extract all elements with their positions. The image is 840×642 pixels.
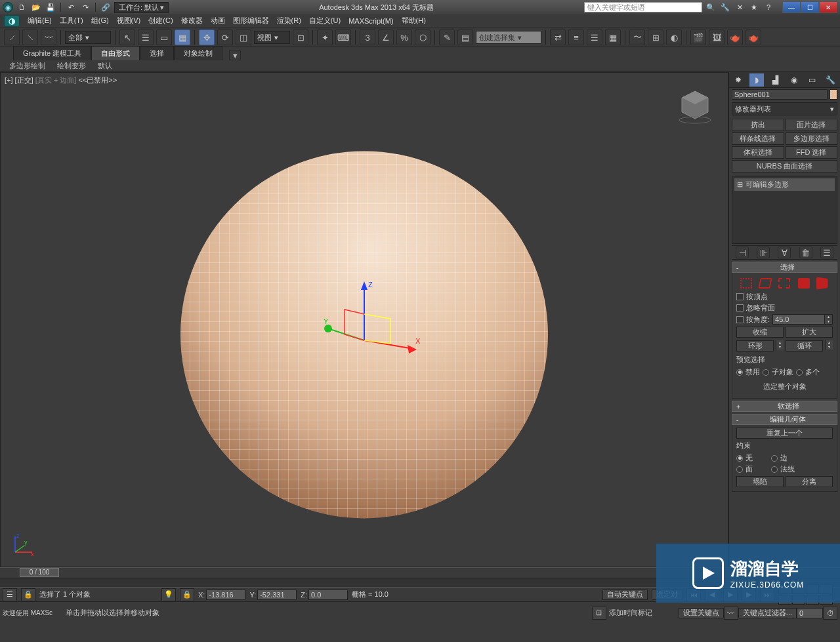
add-time-tag[interactable]: 添加时间标记 bbox=[606, 602, 679, 624]
schematic-view-icon[interactable]: ⊞ bbox=[648, 30, 663, 45]
app-menu-icon[interactable]: ◉ bbox=[3, 2, 13, 12]
chk-by-angle[interactable] bbox=[736, 316, 744, 323]
application-button[interactable]: ◑ bbox=[4, 15, 20, 27]
pin-stack-icon[interactable]: ⊣ bbox=[736, 247, 749, 258]
keyboard-shortcut-icon[interactable]: ⌨ bbox=[335, 30, 351, 45]
subobj-vertex-icon[interactable] bbox=[740, 278, 752, 289]
tab-graphite[interactable]: Graphite 建模工具 bbox=[13, 46, 91, 60]
coord-z-input[interactable] bbox=[308, 590, 348, 600]
menu-rendering[interactable]: 渲染(R) bbox=[277, 16, 301, 26]
tab-object-paint[interactable]: 对象绘制 bbox=[174, 46, 222, 60]
render-setup-icon[interactable]: 🎬 bbox=[690, 30, 706, 45]
btn-poly-select[interactable]: 多边形选择 bbox=[786, 132, 838, 145]
modifier-list-dropdown[interactable]: 修改器列表▾ bbox=[732, 102, 837, 115]
material-editor-icon[interactable]: ◐ bbox=[666, 30, 682, 45]
set-key-button[interactable]: 设置关键点 bbox=[679, 608, 724, 618]
tab-selection[interactable]: 选择 bbox=[140, 46, 174, 60]
subobj-polygon-icon[interactable] bbox=[798, 278, 810, 289]
btn-grow[interactable]: 扩大 bbox=[786, 327, 833, 338]
make-unique-icon[interactable]: ∀ bbox=[778, 247, 791, 258]
redo-icon[interactable]: ↷ bbox=[79, 2, 91, 12]
edit-named-sel-icon[interactable]: ✎ bbox=[439, 30, 455, 45]
selection-filter-dropdown[interactable]: 全部 ▾ bbox=[65, 31, 111, 44]
spinner-snap-icon[interactable]: ⬡ bbox=[415, 30, 430, 45]
workspace-dropdown[interactable]: 工作台: 默认 ▾ bbox=[114, 2, 169, 13]
sphere-object[interactable]: Z X Y bbox=[180, 151, 548, 518]
btn-face-select[interactable]: 面片选择 bbox=[786, 119, 838, 131]
select-object-icon[interactable]: ↖ bbox=[119, 30, 135, 45]
menu-modifiers[interactable]: 修改器 bbox=[181, 16, 203, 26]
select-region-icon[interactable]: ▭ bbox=[156, 30, 172, 45]
new-icon[interactable]: 🗋 bbox=[16, 2, 28, 12]
align-icon[interactable]: ≡ bbox=[568, 30, 584, 45]
expand-icon[interactable]: ⊞ bbox=[737, 180, 743, 189]
rollout-editgeom-header[interactable]: -编辑几何体 bbox=[732, 414, 837, 425]
btn-nurbs-select[interactable]: NURBS 曲面选择 bbox=[732, 160, 837, 172]
move-gizmo[interactable]: Z X Y bbox=[299, 278, 430, 383]
infocenter-search[interactable]: 键入关键字或短语 bbox=[584, 2, 702, 12]
radio-constraint-normal[interactable] bbox=[771, 466, 778, 473]
viewcube[interactable] bbox=[675, 86, 715, 125]
coord-y-input[interactable] bbox=[257, 590, 297, 600]
object-color-swatch[interactable] bbox=[830, 89, 837, 100]
btn-extrude[interactable]: 挤出 bbox=[732, 119, 784, 131]
menu-edit[interactable]: 编辑(E) bbox=[28, 16, 52, 26]
stack-editable-poly[interactable]: ⊞ 可编辑多边形 bbox=[734, 178, 835, 191]
render-production-icon[interactable]: 🫖 bbox=[727, 30, 743, 45]
subtab-polydraw[interactable]: 多边形绘制 bbox=[7, 61, 48, 71]
maxscript-toggle-icon[interactable]: ☰ bbox=[3, 588, 17, 601]
subobj-edge-icon[interactable] bbox=[758, 278, 772, 289]
menu-graph-editors[interactable]: 图形编辑器 bbox=[233, 16, 269, 26]
tab-freeform[interactable]: 自由形式 bbox=[91, 46, 140, 60]
motion-tab-icon[interactable]: ◉ bbox=[787, 73, 801, 87]
angle-spinner[interactable]: ▴▾ bbox=[772, 314, 833, 325]
menu-customize[interactable]: 自定义(U) bbox=[309, 16, 341, 26]
graphite-toggle-icon[interactable]: ▦ bbox=[605, 30, 621, 45]
menu-maxscript[interactable]: MAXScript(M) bbox=[348, 17, 393, 25]
subobj-element-icon[interactable] bbox=[816, 277, 828, 290]
time-slider-thumb[interactable]: 0 / 100 bbox=[20, 568, 59, 577]
undo-icon[interactable]: ↶ bbox=[65, 2, 77, 12]
open-icon[interactable]: 📂 bbox=[30, 2, 42, 12]
utilities-tab-icon[interactable]: 🔧 bbox=[824, 73, 838, 87]
modify-tab-icon[interactable]: ◗ bbox=[749, 73, 764, 87]
menu-animation[interactable]: 动画 bbox=[211, 16, 225, 26]
configure-sets-icon[interactable]: ☰ bbox=[820, 247, 833, 258]
btn-ring[interactable]: 环形 bbox=[736, 340, 774, 351]
close-button[interactable]: ✕ bbox=[819, 1, 837, 13]
select-link-icon[interactable]: ⟋ bbox=[4, 30, 20, 45]
subscription-icon[interactable]: 🔧 bbox=[719, 2, 731, 12]
btn-ffd-select[interactable]: FFD 选择 bbox=[786, 146, 838, 159]
curve-editor-icon[interactable]: 〜 bbox=[629, 30, 645, 45]
angle-snap-icon[interactable]: ∠ bbox=[378, 30, 394, 45]
rollout-selection-header[interactable]: -选择 bbox=[732, 262, 837, 273]
maximize-button[interactable]: ☐ bbox=[801, 1, 819, 13]
radio-constraint-face[interactable] bbox=[736, 466, 743, 473]
show-end-result-icon[interactable]: ⊪ bbox=[757, 247, 770, 258]
btn-repeat-last[interactable]: 重复上一个 bbox=[736, 428, 833, 439]
reference-coord-dropdown[interactable]: 视图 ▾ bbox=[254, 31, 290, 44]
display-tab-icon[interactable]: ▭ bbox=[805, 73, 820, 87]
rendered-frame-icon[interactable]: 🖼 bbox=[709, 30, 724, 45]
object-name-field[interactable] bbox=[732, 89, 828, 100]
menu-help[interactable]: 帮助(H) bbox=[402, 16, 426, 26]
search-icon[interactable]: 🔍 bbox=[705, 2, 717, 12]
lock-selection-icon[interactable]: 🔒 bbox=[21, 588, 35, 601]
unlink-icon[interactable]: ⟍ bbox=[22, 30, 38, 45]
current-frame-input[interactable] bbox=[797, 608, 823, 618]
btn-loop[interactable]: 循环 bbox=[786, 340, 823, 351]
named-selection-dropdown[interactable]: 创建选择集 ▾ bbox=[476, 31, 541, 44]
auto-key-button[interactable]: 自动关键点 bbox=[602, 590, 648, 600]
window-crossing-icon[interactable]: ▦ bbox=[175, 30, 190, 45]
layer-manager-icon[interactable]: ☰ bbox=[587, 30, 602, 45]
subtab-paintdeform[interactable]: 绘制变形 bbox=[54, 61, 89, 71]
select-move-icon[interactable]: ✥ bbox=[199, 30, 215, 45]
favorites-icon[interactable]: ★ bbox=[748, 2, 760, 12]
btn-vol-select[interactable]: 体积选择 bbox=[732, 146, 784, 159]
select-by-name-icon[interactable]: ☰ bbox=[138, 30, 154, 45]
key-filters-icon[interactable]: 〰 bbox=[724, 607, 738, 620]
remove-modifier-icon[interactable]: 🗑 bbox=[799, 247, 812, 258]
menu-tools[interactable]: 工具(T) bbox=[60, 16, 83, 26]
bind-spacewarp-icon[interactable]: 〰 bbox=[41, 30, 56, 45]
btn-shrink[interactable]: 收缩 bbox=[736, 327, 784, 338]
